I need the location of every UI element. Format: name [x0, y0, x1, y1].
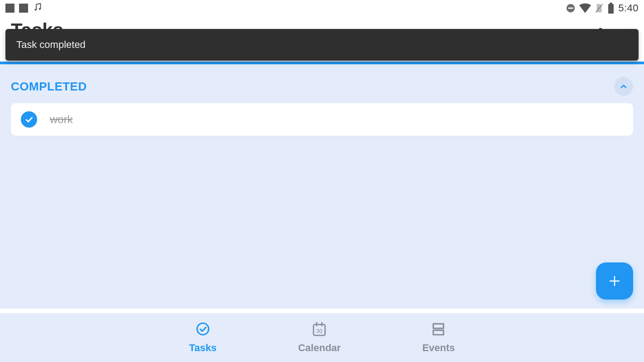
svg-point-0	[34, 9, 36, 10]
nav-label: Calendar	[298, 342, 341, 354]
check-circle-icon	[195, 321, 211, 337]
svg-point-18	[197, 323, 209, 335]
section-header: COMPLETED	[0, 64, 644, 103]
no-sim-icon	[595, 3, 604, 13]
svg-rect-6	[610, 3, 612, 4]
nav-label: Events	[422, 342, 455, 354]
collapse-section-button[interactable]	[614, 77, 633, 96]
status-square-icon	[5, 4, 14, 13]
status-right: 5:40	[566, 2, 639, 14]
svg-rect-24	[433, 330, 444, 335]
svg-rect-5	[608, 4, 614, 14]
task-complete-checkbox[interactable]	[21, 111, 37, 128]
status-left	[5, 2, 43, 14]
status-square-icon	[19, 4, 28, 13]
svg-rect-23	[433, 324, 444, 329]
music-note-icon	[33, 2, 43, 14]
battery-icon	[607, 3, 615, 14]
task-label: work	[50, 113, 73, 126]
bottom-nav: Tasks 30 Calendar Events	[0, 313, 644, 362]
section-title: COMPLETED	[11, 80, 87, 94]
calendar-icon: 30	[312, 321, 327, 337]
nav-tasks[interactable]: Tasks	[189, 321, 216, 354]
nav-events[interactable]: Events	[422, 321, 455, 354]
task-row[interactable]: work	[11, 103, 633, 136]
add-task-button[interactable]	[596, 262, 633, 300]
main-content: COMPLETED work Task completed	[0, 64, 644, 309]
wifi-icon	[579, 3, 591, 13]
svg-point-1	[39, 8, 41, 10]
snackbar: Task completed	[5, 29, 639, 61]
status-time: 5:40	[618, 2, 639, 14]
svg-rect-3	[568, 8, 573, 9]
status-bar: 5:40	[0, 0, 644, 16]
snackbar-message: Task completed	[16, 39, 86, 50]
nav-calendar[interactable]: 30 Calendar	[298, 321, 341, 354]
svg-text:30: 30	[316, 328, 322, 334]
do-not-disturb-icon	[566, 3, 576, 13]
events-icon	[431, 321, 446, 337]
nav-label: Tasks	[189, 342, 216, 354]
